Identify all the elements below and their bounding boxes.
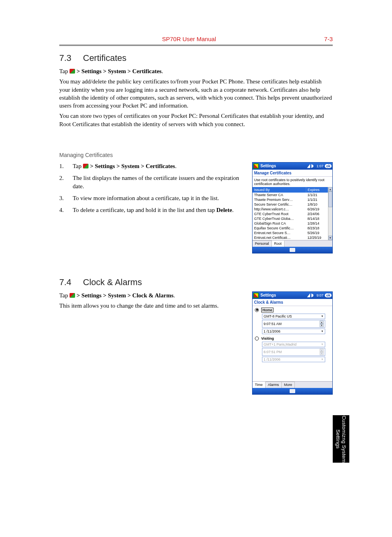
ppc-clock: 1:07 — [317, 164, 324, 168]
visiting-timezone: GMT+1 Paris,Madrid▼ — [262, 342, 325, 347]
section-7-4-heading: 7.4Clock & Alarms — [59, 277, 333, 287]
chevron-down-icon[interactable]: ▼ — [321, 330, 324, 333]
home-timezone[interactable]: GMT-8 Pacific US▼ — [262, 314, 325, 319]
home-row: Home — [255, 308, 330, 312]
step-1: Tap > Settings > System > Certificates. — [59, 162, 241, 171]
label-visiting: Visiting — [261, 337, 274, 340]
start-icon[interactable] — [253, 163, 259, 169]
steps-managing-certs: Tap > Settings > System > Certificates. … — [59, 162, 241, 215]
screenshot-certificates: Settings 1:07 ok Manage Certificates Use… — [252, 162, 333, 253]
header-rule — [59, 45, 333, 46]
nav-path-7-4: Tap > Settings > System > Clock & Alarms… — [59, 291, 241, 299]
start-icon — [70, 293, 75, 298]
visiting-date: 1 /11/2006▼ — [262, 357, 325, 362]
col-issued-by[interactable]: Issued By — [253, 187, 306, 193]
chevron-down-icon: ▼ — [321, 343, 324, 346]
time-stepper: ▲▼ — [320, 349, 324, 355]
nav-path-7-3: Tap > Settings > System > Certificates. — [59, 67, 333, 75]
scroll-thumb[interactable] — [328, 191, 332, 207]
col-expires[interactable]: Expires — [306, 187, 328, 193]
radio-home[interactable] — [255, 308, 259, 312]
ppc-subtitle: Clock & Alarms — [253, 299, 332, 306]
ppc-tabs: Personal Root — [253, 240, 332, 247]
ppc-app-title: Settings — [260, 293, 305, 297]
scroll-down-icon[interactable]: ▼ — [328, 236, 332, 240]
table-row[interactable]: Thawte Premium Serv…1/1/21 — [253, 197, 328, 202]
visiting-time: 6:07:51 PM ▲▼ — [262, 348, 325, 356]
ppc-tray: 9:07 — [307, 293, 324, 297]
ppc-tray: 1:07 — [307, 164, 324, 168]
start-icon[interactable] — [253, 293, 259, 298]
subhead-managing-certs: Managing Certificates — [59, 152, 333, 158]
ppc-titlebar: Settings 1:07 ok — [253, 163, 332, 170]
speaker-icon — [311, 164, 315, 168]
ppc-subtitle: Manage Certificates — [253, 170, 332, 177]
section-7-3-heading: 7.3Certificates — [59, 53, 333, 63]
chevron-down-icon[interactable]: ▼ — [321, 315, 324, 318]
tab-personal[interactable]: Personal — [253, 240, 272, 247]
table-row[interactable]: Secure Server Certific…1/8/10 — [253, 202, 328, 207]
scrollbar[interactable]: ▲ ▼ — [328, 187, 332, 240]
keyboard-icon[interactable] — [290, 248, 295, 252]
ok-button[interactable]: ok — [325, 164, 332, 168]
speaker-icon — [311, 293, 315, 297]
ppc-clock: 9:07 — [317, 293, 324, 297]
radio-visiting[interactable] — [255, 337, 259, 340]
side-tab: Customizng System Settings — [333, 415, 349, 463]
signal-icon — [307, 164, 310, 168]
table-row[interactable]: Thawte Server CA1/1/21 — [253, 193, 328, 197]
label-home: Home — [261, 308, 273, 312]
scroll-up-icon[interactable]: ▲ — [328, 187, 332, 191]
doc-title: SP70R User Manual — [162, 36, 216, 42]
table-row[interactable]: GlobalSign Root CA1/28/14 — [253, 221, 328, 226]
table-row[interactable]: Entrust.net Secure S…5/26/19 — [253, 231, 328, 235]
ppc-desc: Use root certificates to positively iden… — [253, 177, 332, 187]
step-2: The list displays the names of the certi… — [59, 174, 241, 191]
table-row[interactable]: Equifax Secure Certific…8/23/18 — [253, 226, 328, 231]
ok-button[interactable]: ok — [325, 293, 332, 297]
ppc-tabs: Time Alarms More — [253, 381, 332, 388]
start-icon — [70, 69, 75, 74]
chevron-down-icon: ▼ — [321, 358, 324, 361]
ppc-titlebar: Settings 9:07 ok — [253, 292, 332, 299]
para-7-4-1: This item allows you to change the date … — [59, 302, 241, 310]
tab-root[interactable]: Root — [272, 240, 285, 247]
table-row[interactable]: http://www.valicert.c…6/26/19 — [253, 207, 328, 212]
sip-bar[interactable] — [253, 388, 332, 394]
tab-alarms[interactable]: Alarms — [266, 382, 282, 388]
step-4: To delete a certificate, tap and hold it… — [59, 206, 241, 215]
para-7-3-1: You may add/delete the public key certif… — [59, 78, 333, 110]
tab-time[interactable]: Time — [253, 382, 266, 388]
home-date[interactable]: 1 /11/2006▼ — [262, 329, 325, 334]
step-3: To view more information about a certifi… — [59, 194, 241, 203]
cert-table[interactable]: Issued By Expires Thawte Server CA1/1/21… — [253, 187, 328, 240]
home-time[interactable]: 9:07:51 AM ▲▼ — [262, 320, 325, 328]
page-number: 7-3 — [324, 36, 333, 42]
table-row[interactable]: GTE CyberTrust Root2/24/06 — [253, 212, 328, 216]
para-7-3-2: You can store two types of certificates … — [59, 112, 333, 128]
keyboard-icon[interactable] — [290, 389, 295, 393]
ppc-app-title: Settings — [260, 164, 305, 168]
time-stepper[interactable]: ▲▼ — [320, 321, 324, 327]
table-row[interactable]: Entrust.net Certificati…12/25/19 — [253, 235, 328, 240]
tab-more[interactable]: More — [282, 382, 295, 388]
table-row[interactable]: GTE CyberTrust Globa…8/14/18 — [253, 216, 328, 221]
screenshot-clock-alarms: Settings 9:07 ok Clock & Alarms Home — [252, 291, 333, 395]
start-icon — [83, 164, 89, 168]
visiting-row: Visiting — [255, 337, 330, 340]
signal-icon — [307, 293, 310, 297]
sip-bar[interactable] — [253, 247, 332, 253]
